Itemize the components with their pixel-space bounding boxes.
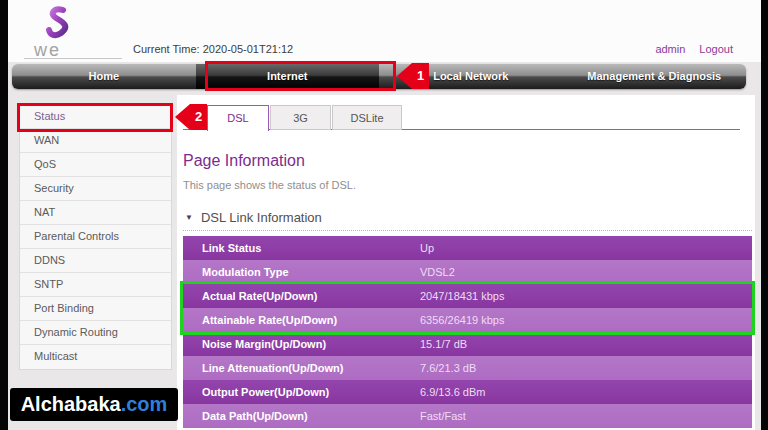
sidebar-item-parental-controls[interactable]: Parental Controls	[20, 225, 171, 249]
dsl-link-info-section-header[interactable]: ▼DSL Link Information	[185, 210, 322, 225]
table-row: Line Attenuation(Up/Down) 7.6/21.3 dB	[183, 356, 752, 380]
sidebar-item-qos[interactable]: QoS	[20, 153, 171, 177]
annotation-step-1-number: 1	[412, 63, 429, 89]
account-links: adminLogout	[655, 43, 733, 55]
section-divider	[183, 230, 752, 231]
sidebar-item-dynamic-routing[interactable]: Dynamic Routing	[20, 321, 171, 345]
nav-item-management-diagnosis[interactable]: Management & Diagnosis	[563, 64, 747, 89]
admin-user-link[interactable]: admin	[655, 43, 685, 55]
sidebar-menu: Status WAN QoS Security NAT Parental Con…	[19, 104, 172, 370]
section-title: DSL Link Information	[201, 210, 322, 225]
logout-link[interactable]: Logout	[699, 43, 733, 55]
screen-border-left	[0, 0, 8, 430]
row-value: 15.1/7 dB	[420, 332, 467, 356]
table-row: Output Power(Up/Down) 6.9/13.6 dBm	[183, 380, 752, 404]
current-time-label: Current Time: 2020-05-01T21:12	[133, 43, 293, 55]
row-label: Noise Margin(Up/Down)	[202, 332, 326, 356]
sidebar-item-ddns[interactable]: DDNS	[20, 249, 171, 273]
page-title: Page Information	[183, 152, 305, 170]
nav-item-home[interactable]: Home	[12, 64, 196, 89]
sidebar-item-security[interactable]: Security	[20, 177, 171, 201]
row-value: Up	[420, 236, 434, 260]
we-logo: we	[30, 4, 130, 60]
tab-3g[interactable]: 3G	[270, 105, 331, 130]
sidebar-item-multicast[interactable]: Multicast	[20, 345, 171, 369]
logo-underline	[24, 58, 122, 59]
sidebar-item-wan[interactable]: WAN	[20, 129, 171, 153]
row-value: 6.9/13.6 dBm	[420, 380, 485, 404]
collapse-triangle-icon: ▼	[185, 213, 193, 222]
table-row: Data Path(Up/Down) Fast/Fast	[183, 404, 752, 428]
screen-border-right	[761, 0, 768, 430]
arrow-left-icon	[175, 104, 190, 130]
tab-dslite[interactable]: DSLite	[332, 105, 402, 130]
row-label: Line Attenuation(Up/Down)	[202, 356, 343, 380]
watermark-name: Alchabaka	[21, 393, 121, 415]
row-value: 7.6/21.3 dB	[420, 356, 476, 380]
annotation-box-status	[17, 103, 173, 132]
annotation-box-internet	[205, 61, 396, 91]
router-admin-page: we Current Time: 2020-05-01T21:12 adminL…	[0, 0, 768, 430]
tab-dsl[interactable]: DSL	[207, 105, 269, 131]
row-label: Data Path(Up/Down)	[202, 404, 308, 428]
row-value: Fast/Fast	[420, 404, 466, 428]
row-label: Output Power(Up/Down)	[202, 380, 329, 404]
table-row: Noise Margin(Up/Down) 15.1/7 dB	[183, 332, 752, 356]
watermark-tld: .com	[121, 393, 168, 415]
annotation-step-2-number: 2	[190, 104, 207, 130]
annotation-step-1-marker: 1	[397, 63, 429, 89]
sidebar-item-sntp[interactable]: SNTP	[20, 273, 171, 297]
sidebar-item-nat[interactable]: NAT	[20, 201, 171, 225]
sidebar-item-port-binding[interactable]: Port Binding	[20, 297, 171, 321]
annotation-highlight-rates	[180, 281, 755, 335]
row-label: Link Status	[202, 236, 261, 260]
arrow-left-icon	[397, 63, 412, 89]
table-row: Link Status Up	[183, 236, 752, 260]
watermark: Alchabaka.com	[10, 388, 178, 421]
page-header: we Current Time: 2020-05-01T21:12 adminL…	[8, 0, 761, 62]
page-description: This page shows the status of DSL.	[183, 179, 356, 191]
annotation-step-2-marker: 2	[175, 104, 207, 130]
